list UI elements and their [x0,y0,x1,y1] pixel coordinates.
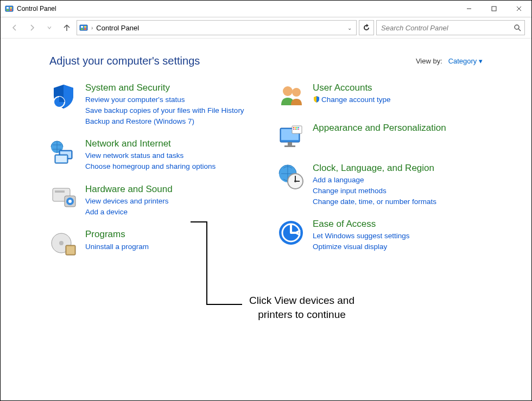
category-title[interactable]: Appearance and Personalization [313,123,446,133]
minimize-button[interactable] [457,1,482,17]
view-by-mode[interactable]: Category ▾ [448,57,483,65]
svg-point-46 [515,25,519,29]
category-system-security: System and Security Review your computer… [49,82,255,126]
link-add-device[interactable]: Add a device [85,207,173,218]
category-title[interactable]: Clock, Language, and Region [313,163,436,174]
close-button[interactable] [506,1,531,17]
category-clock-language-region: Clock, Language, and Region Add a langua… [277,163,483,207]
category-title[interactable]: Ease of Access [313,219,410,230]
link-network-status[interactable]: View network status and tasks [85,150,216,161]
category-user-accounts: User Accounts Change account type [277,82,483,111]
category-title[interactable]: Programs [85,229,149,240]
address-bar[interactable]: › Control Panel ⌄ [77,20,357,35]
window-controls [457,1,531,17]
back-button[interactable] [7,20,22,35]
link-backup-restore[interactable]: Backup and Restore (Windows 7) [85,116,244,127]
link-input-methods[interactable]: Change input methods [313,186,436,196]
link-change-account-type[interactable]: Change account type [313,94,391,105]
category-title[interactable]: Hardware and Sound [85,184,173,195]
link-add-language[interactable]: Add a language [313,175,436,186]
link-homegroup[interactable]: Choose homegroup and sharing options [85,161,216,172]
link-file-history[interactable]: Save backup copies of your files with Fi… [85,105,244,116]
programs-icon [49,229,78,257]
shield-icon [49,82,78,111]
address-icon [79,23,88,32]
view-by-label: View by: [416,57,442,65]
address-dropdown-icon[interactable]: ⌄ [347,25,354,31]
category-title[interactable]: User Accounts [313,82,391,93]
heading-row: Adjust your computer's settings View by:… [49,55,483,67]
network-icon [49,138,78,167]
content-area: Adjust your computer's settings View by:… [1,39,531,257]
category-network-internet: Network and Internet View network status… [49,138,255,172]
link-review-status[interactable]: Review your computer's status [85,94,244,105]
link-visual-display[interactable]: Optimize visual display [313,241,410,252]
search-box[interactable] [376,20,525,35]
recent-dropdown[interactable] [42,20,57,35]
category-hardware-sound: Hardware and Sound View devices and prin… [49,184,255,218]
titlebar: Control Panel [1,1,531,17]
category-programs: Programs Uninstall a program [49,229,255,257]
link-text: Change account type [321,96,391,104]
category-appearance: Appearance and Personalization [277,123,483,151]
clock-icon [277,163,305,191]
ease-of-access-icon [277,219,305,247]
callout-text: Click View devices and printers to conti… [245,294,359,321]
view-by: View by: Category ▾ [416,57,483,65]
hardware-icon [49,184,78,212]
forward-button[interactable] [24,20,40,35]
right-column: User Accounts Change account type Appear… [277,82,483,257]
search-icon [514,24,521,31]
category-ease-of-access: Ease of Access Let Windows suggest setti… [277,219,483,252]
svg-rect-43 [492,7,496,11]
page-heading: Adjust your computer's settings [49,55,200,67]
control-panel-icon [5,4,14,13]
refresh-button[interactable] [359,20,374,35]
users-icon [277,82,305,111]
link-uninstall-program[interactable]: Uninstall a program [85,241,149,252]
svg-line-47 [518,29,521,31]
title-left: Control Panel [1,4,56,13]
link-devices-printers[interactable]: View devices and printers [85,196,173,207]
appearance-icon [277,123,305,151]
uac-shield-icon [313,96,320,103]
left-column: System and Security Review your computer… [49,82,255,257]
breadcrumb-sep: › [91,25,93,31]
navbar: › Control Panel ⌄ [1,17,531,39]
up-button[interactable] [59,20,74,35]
breadcrumb-label: Control Panel [96,24,344,32]
search-input[interactable] [380,23,514,33]
window-title: Control Panel [17,5,56,12]
control-panel-window: Control Panel › Control Panel ⌄ Adjust y… [0,0,532,401]
category-title[interactable]: Network and Internet [85,138,216,149]
category-title[interactable]: System and Security [85,82,244,93]
link-date-time-formats[interactable]: Change date, time, or number formats [313,196,436,207]
link-windows-suggest[interactable]: Let Windows suggest settings [313,231,410,241]
maximize-button[interactable] [482,1,506,17]
category-columns: System and Security Review your computer… [49,82,483,257]
